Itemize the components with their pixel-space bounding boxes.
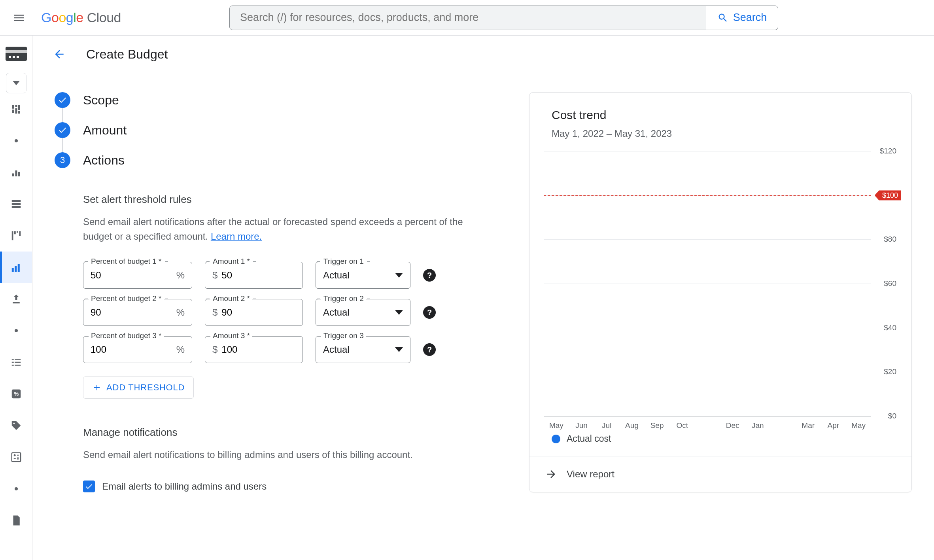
percent-field[interactable]: Percent of budget 1 * %: [83, 262, 192, 289]
amount-input[interactable]: [221, 344, 295, 355]
help-icon[interactable]: ?: [423, 269, 436, 282]
notifications-description: Send email alert notifications to billin…: [83, 447, 501, 462]
billing-card-icon[interactable]: [0, 43, 32, 66]
trigger-label: Trigger on 1: [321, 257, 366, 266]
chart-x-axis: MayJunJulAugSepOctDecJanMarAprMay: [544, 416, 871, 433]
rail-overview-icon[interactable]: [0, 93, 32, 125]
rail-cost-table-icon[interactable]: [0, 188, 32, 220]
percent-field[interactable]: Percent of budget 3 * %: [83, 336, 192, 363]
percent-input[interactable]: [91, 270, 176, 281]
step-scope[interactable]: Scope: [55, 92, 501, 108]
threshold-heading: Set alert threshold rules: [83, 193, 501, 206]
rail-budgets-icon[interactable]: [0, 252, 32, 283]
y-axis-label: $120: [880, 147, 896, 155]
main-content: Create Budget Scope Amount: [32, 36, 934, 560]
svg-rect-2: [9, 56, 11, 58]
chevron-down-icon: [395, 273, 403, 278]
y-axis-label: $40: [884, 324, 896, 332]
hamburger-menu-icon[interactable]: [11, 10, 27, 26]
rail-list-icon[interactable]: [0, 346, 32, 378]
top-bar: Google Cloud Search: [0, 0, 934, 36]
rail-reports-icon[interactable]: [0, 157, 32, 188]
arrow-back-icon: [53, 48, 66, 61]
step-amount-title: Amount: [83, 123, 127, 138]
email-alerts-checkbox[interactable]: Email alerts to billing admins and users: [83, 481, 501, 492]
x-axis-tick: Sep: [645, 416, 670, 433]
help-icon[interactable]: ?: [423, 343, 436, 356]
rail-percent-icon[interactable]: %: [0, 378, 32, 410]
rail-tag-icon[interactable]: [0, 410, 32, 441]
threshold-row: Percent of budget 2 * % Amount 2 * $ Tri…: [83, 299, 501, 326]
amount-input[interactable]: [221, 307, 295, 318]
budget-stepper: Scope Amount 3 Actions: [55, 92, 501, 168]
cost-trend-card: Cost trend May 1, 2022 – May 31, 2023 $0…: [529, 92, 912, 492]
learn-more-link[interactable]: Learn more.: [211, 231, 262, 242]
search-input[interactable]: [230, 11, 706, 24]
percent-input[interactable]: [91, 307, 176, 318]
x-axis-tick: Mar: [796, 416, 821, 433]
percent-input[interactable]: [91, 344, 176, 355]
rail-doc-icon[interactable]: [0, 505, 32, 536]
global-search[interactable]: Search: [229, 6, 778, 30]
amount-field[interactable]: Amount 3 * $: [205, 336, 303, 363]
rail-picker[interactable]: [6, 73, 26, 93]
amount-input[interactable]: [221, 270, 295, 281]
rail-dot-icon-3[interactable]: [0, 473, 32, 505]
back-button[interactable]: [51, 46, 67, 62]
notifications-section: Manage notifications Send email alert no…: [83, 426, 501, 492]
step-scope-check-icon: [55, 92, 70, 108]
side-rail: %: [0, 36, 32, 560]
trigger-field[interactable]: Trigger on 1 Actual: [316, 262, 410, 289]
threshold-row: Percent of budget 1 * % Amount 1 * $ Tri…: [83, 262, 501, 289]
search-icon: [717, 12, 728, 23]
gridline: [544, 372, 871, 372]
step-actions-title: Actions: [83, 153, 125, 168]
google-cloud-logo[interactable]: Google Cloud: [41, 10, 121, 25]
step-actions[interactable]: 3 Actions: [55, 152, 501, 168]
step-amount[interactable]: Amount: [55, 122, 501, 138]
plus-icon: [92, 383, 102, 392]
y-axis-label: $20: [884, 367, 896, 376]
legend-dot-icon: [552, 435, 560, 443]
step-amount-check-icon: [55, 122, 70, 138]
x-axis-tick: May: [846, 416, 871, 433]
help-icon[interactable]: ?: [423, 306, 436, 319]
x-axis-tick: Aug: [619, 416, 645, 433]
x-axis-tick: Jan: [745, 416, 771, 433]
add-threshold-button[interactable]: ADD THRESHOLD: [83, 376, 194, 399]
rail-dot-icon-1[interactable]: [0, 125, 32, 157]
search-button[interactable]: Search: [706, 6, 778, 30]
arrow-right-icon: [545, 468, 557, 480]
svg-point-11: [15, 487, 18, 490]
x-axis-tick: [695, 416, 720, 433]
legend-label: Actual cost: [567, 433, 611, 444]
svg-rect-1: [6, 50, 27, 53]
chevron-down-icon: [395, 347, 403, 352]
budget-reference-line: [544, 195, 871, 196]
rail-export-icon[interactable]: [0, 283, 32, 315]
amount-field[interactable]: Amount 2 * $: [205, 299, 303, 326]
percent-suffix: %: [176, 307, 185, 318]
step-connector: [62, 138, 63, 152]
rail-dot-icon-2[interactable]: [0, 315, 32, 346]
percent-label: Percent of budget 2 *: [89, 294, 164, 303]
threshold-section: Set alert threshold rules Send email ale…: [83, 193, 501, 399]
percent-field[interactable]: Percent of budget 2 * %: [83, 299, 192, 326]
view-report-link[interactable]: View report: [529, 456, 911, 492]
threshold-list: Percent of budget 1 * % Amount 1 * $ Tri…: [83, 262, 501, 363]
x-axis-tick: Dec: [720, 416, 745, 433]
trigger-field[interactable]: Trigger on 2 Actual: [316, 299, 410, 326]
trigger-field[interactable]: Trigger on 3 Actual: [316, 336, 410, 363]
trigger-value: Actual: [323, 270, 350, 281]
currency-prefix: $: [212, 307, 217, 318]
percent-suffix: %: [176, 344, 185, 355]
page-header: Create Budget: [32, 36, 934, 73]
rail-breakdown-icon[interactable]: [0, 220, 32, 252]
amount-field[interactable]: Amount 1 * $: [205, 262, 303, 289]
gridline: [544, 151, 871, 151]
percent-label: Percent of budget 3 *: [89, 331, 164, 340]
step-actions-number: 3: [55, 152, 70, 168]
rail-calc-icon[interactable]: [0, 441, 32, 473]
add-threshold-label: ADD THRESHOLD: [106, 382, 185, 393]
form-column: Scope Amount 3 Actions Set alert thresho…: [55, 92, 501, 560]
